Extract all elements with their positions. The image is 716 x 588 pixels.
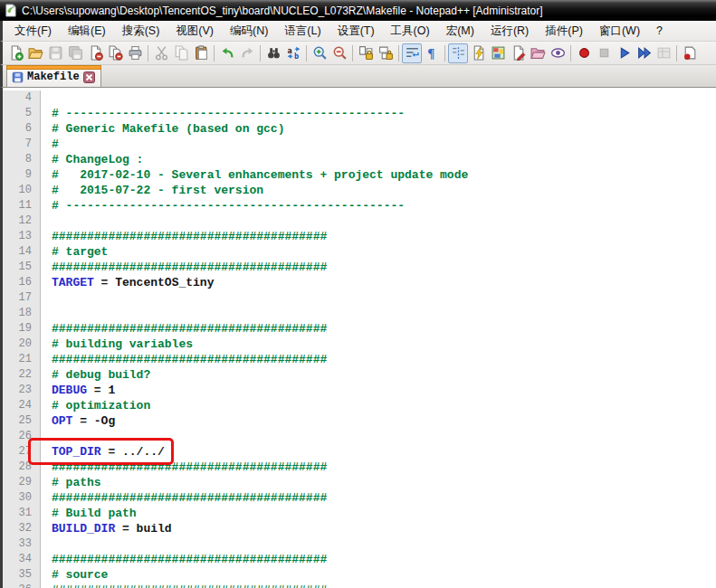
code-line[interactable]: 28######################################… (3, 460, 716, 475)
code-line[interactable]: 23DEBUG = 1 (3, 383, 716, 398)
toolbar: ab¶ (0, 42, 716, 65)
code-line[interactable]: 12 (3, 213, 716, 229)
code-text: # debug build? (41, 367, 716, 383)
menu-search[interactable]: 搜索(S) (114, 22, 168, 41)
code-line[interactable]: 9# 2017-02-10 - Several enhancements + p… (3, 167, 716, 183)
code-text: BUILD_DIR = build (41, 521, 716, 536)
text-editor[interactable]: 45# ------------------------------------… (0, 88, 716, 588)
show-all-characters-icon[interactable]: ¶ (422, 43, 442, 63)
code-line[interactable]: 11# ------------------------------------… (3, 198, 716, 213)
code-text: # 2017-02-10 - Several enhancements + pr… (41, 167, 716, 183)
code-line[interactable]: 4 (3, 90, 716, 106)
menu-language[interactable]: 语言(L) (276, 22, 329, 41)
line-number: 21 (3, 352, 41, 367)
code-line[interactable]: 22# debug build? (3, 367, 716, 383)
code-line[interactable]: 16TARGET = TencentOS_tiny (3, 275, 716, 290)
macro-record-icon[interactable] (574, 43, 594, 63)
code-text: TARGET = TencentOS_tiny (41, 275, 716, 290)
line-number: 32 (3, 521, 41, 536)
menu-help[interactable]: ? (648, 23, 671, 39)
line-number: 34 (3, 552, 41, 567)
code-text: # --------------------------------------… (41, 106, 716, 121)
print-icon[interactable] (125, 43, 145, 63)
code-line[interactable]: 36######################################… (3, 583, 716, 588)
code-line[interactable]: 8# ChangeLog : (3, 152, 716, 167)
document-switcher-icon[interactable] (508, 43, 528, 63)
code-line[interactable]: 35# source (3, 567, 716, 583)
undo-icon[interactable] (217, 43, 237, 63)
toolbar-separator (214, 45, 215, 62)
zoom-out-icon[interactable] (329, 43, 349, 63)
line-number: 26 (3, 429, 41, 444)
active-tab-indicator (6, 65, 101, 70)
tab-close-icon[interactable] (83, 71, 95, 82)
code-text: # source (41, 567, 716, 583)
new-file-icon[interactable] (5, 43, 25, 63)
code-line[interactable]: 19######################################… (3, 321, 716, 337)
code-line[interactable]: 13######################################… (3, 229, 716, 244)
replace-icon[interactable]: ab (283, 43, 303, 63)
word-wrap-icon[interactable] (402, 43, 422, 63)
code-line[interactable]: 26 (3, 429, 716, 444)
document-map-icon[interactable] (488, 43, 508, 63)
code-line[interactable]: 30######################################… (3, 490, 716, 506)
line-number: 22 (3, 367, 41, 383)
sync-horizontal-scroll-icon[interactable] (376, 43, 396, 63)
function-completion-icon[interactable] (468, 43, 488, 63)
code-line[interactable]: 34######################################… (3, 552, 716, 567)
code-line[interactable]: 21######################################… (3, 352, 716, 367)
macro-run-multiple-icon[interactable] (634, 43, 654, 63)
code-line[interactable]: 15######################################… (3, 260, 716, 275)
menu-plugins[interactable]: 插件(P) (537, 22, 591, 41)
menu-macro[interactable]: 宏(M) (438, 22, 482, 41)
menu-run[interactable]: 运行(R) (482, 22, 537, 41)
code-line[interactable]: 6# Generic Makefile (based on gcc) (3, 121, 716, 137)
sync-vertical-scroll-icon[interactable] (356, 43, 376, 63)
code-line[interactable]: 29# paths (3, 475, 716, 490)
menu-settings[interactable]: 设置(T) (329, 22, 383, 41)
code-line[interactable]: 17 (3, 290, 716, 306)
find-icon[interactable] (263, 43, 283, 63)
code-line[interactable]: 14# target (3, 244, 716, 260)
save-icon (45, 43, 65, 63)
line-number: 13 (3, 229, 41, 244)
toolbar-separator (148, 45, 148, 62)
open-file-icon[interactable] (25, 43, 45, 63)
indent-guide-icon[interactable] (448, 43, 468, 63)
code-line[interactable]: 32BUILD_DIR = build (3, 521, 716, 536)
code-text: DEBUG = 1 (41, 383, 716, 398)
code-line[interactable]: 7# (3, 137, 716, 152)
macro-play-icon[interactable] (614, 43, 634, 63)
code-line[interactable]: 24# optimization (3, 398, 716, 413)
code-line[interactable]: 18 (3, 306, 716, 321)
zoom-in-icon[interactable] (310, 43, 329, 63)
project-panel-icon[interactable] (528, 43, 548, 63)
code-line[interactable]: 5# -------------------------------------… (3, 106, 716, 121)
copy-icon (171, 43, 191, 63)
menu-encoding[interactable]: 编码(N) (222, 22, 276, 41)
menu-view[interactable]: 视图(V) (167, 22, 222, 41)
line-number: 6 (3, 121, 41, 137)
saved-file-icon (12, 71, 24, 82)
menu-edit[interactable]: 编辑(E) (60, 22, 114, 41)
line-number: 14 (3, 244, 41, 260)
menu-window[interactable]: 窗口(W) (591, 22, 648, 41)
line-number: 7 (3, 137, 41, 152)
code-line[interactable]: 10# 2015-07-22 - first version (3, 183, 716, 198)
code-line[interactable]: 31# Build path (3, 506, 716, 521)
paste-icon[interactable] (191, 43, 211, 63)
svg-text:a: a (287, 46, 291, 55)
tab-makefile[interactable]: Makefile (6, 65, 101, 87)
code-line[interactable]: 20# building variables (3, 337, 716, 352)
folder-as-workspace-icon[interactable] (548, 43, 568, 63)
title-bar[interactable]: C:\Users\supowang\Desktop\TencentOS_tiny… (0, 0, 716, 21)
close-all-icon[interactable] (105, 43, 125, 63)
menu-tools[interactable]: 工具(O) (383, 22, 438, 41)
edge-partial-icon[interactable] (680, 43, 700, 63)
menu-file[interactable]: 文件(F) (6, 22, 60, 41)
code-text: # paths (41, 475, 716, 490)
code-line[interactable]: 33 (3, 536, 716, 552)
code-line[interactable]: 27TOP_DIR = ../../ (3, 444, 716, 460)
code-line[interactable]: 25OPT = -Og (3, 413, 716, 429)
close-file-icon[interactable] (85, 43, 105, 63)
